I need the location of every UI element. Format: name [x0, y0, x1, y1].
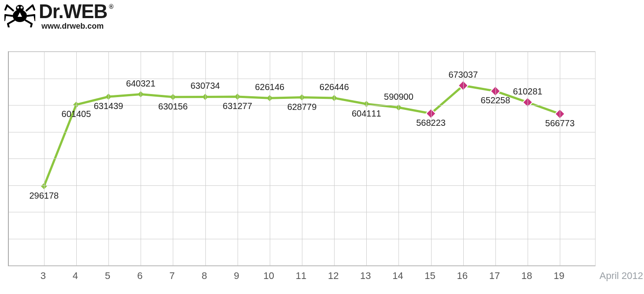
brand-name: Dr.WEB® [39, 2, 113, 21]
x-tick-label: 13 [360, 270, 371, 282]
x-tick-label: 6 [137, 270, 142, 282]
grid-line-v [76, 52, 77, 265]
x-axis-label: April 2012 [599, 270, 643, 282]
x-tick-label: 18 [521, 270, 532, 282]
data-label: 630156 [158, 102, 188, 112]
grid-line-v [398, 52, 399, 265]
x-tick-label: 7 [169, 270, 175, 282]
grid-line-v [528, 52, 528, 265]
grid-line-v [238, 52, 238, 265]
x-axis-ticks: 345678910111213141516171819 [8, 267, 594, 284]
svg-point-3 [21, 7, 23, 9]
brand-name-part1: Dr. [39, 2, 63, 21]
data-label: 673037 [448, 70, 478, 80]
data-label: 604111 [352, 109, 381, 119]
data-label: 590900 [384, 92, 413, 102]
x-tick-label: 12 [328, 270, 339, 282]
data-label: 610281 [513, 87, 543, 97]
x-tick-label: 10 [264, 270, 274, 282]
grid-line-v [302, 52, 302, 265]
data-label: 626146 [255, 82, 284, 92]
x-tick-label: 3 [41, 270, 46, 282]
grid-line-v [463, 52, 464, 265]
x-tick-label: 11 [296, 270, 306, 282]
data-label: 631439 [94, 101, 123, 111]
grid-line-v [560, 52, 560, 265]
x-tick-label: 5 [105, 270, 110, 282]
data-label: 652258 [481, 95, 510, 106]
data-label: 628779 [287, 102, 317, 112]
grid-line-v [173, 52, 173, 265]
x-tick-label: 14 [392, 270, 403, 282]
brand-name-part2: WEB [63, 2, 108, 21]
grid-line-v [44, 52, 45, 265]
data-label: 631277 [223, 101, 252, 111]
chart-plot-area: 2961786014056314396403216301566307346312… [8, 51, 596, 266]
brand-site: www.drweb.com [41, 22, 104, 30]
x-tick-label: 17 [489, 270, 500, 282]
registered-mark: ® [109, 4, 113, 10]
grid-line-h [9, 265, 595, 266]
grid-line-v [108, 52, 109, 265]
x-tick-label: 19 [554, 270, 564, 282]
grid-line-v [366, 52, 367, 265]
data-label: 568223 [416, 118, 446, 128]
data-label: 640321 [126, 79, 156, 89]
x-tick-label: 8 [201, 270, 207, 282]
data-label: 566773 [545, 118, 575, 128]
svg-point-1 [16, 5, 24, 12]
x-tick-label: 16 [457, 270, 468, 282]
data-label: 296178 [29, 191, 59, 201]
svg-point-2 [17, 7, 19, 9]
x-tick-label: 9 [234, 270, 239, 282]
grid-line-v [431, 52, 432, 265]
data-label: 626446 [320, 82, 349, 92]
x-tick-label: 4 [73, 270, 78, 282]
data-label: 601405 [62, 109, 91, 119]
spider-icon [4, 2, 35, 27]
data-label: 630734 [190, 81, 220, 91]
x-tick-label: 15 [424, 270, 435, 282]
brand-logo: Dr.WEB® www.drweb.com [4, 2, 113, 30]
grid-line-v [495, 52, 496, 265]
